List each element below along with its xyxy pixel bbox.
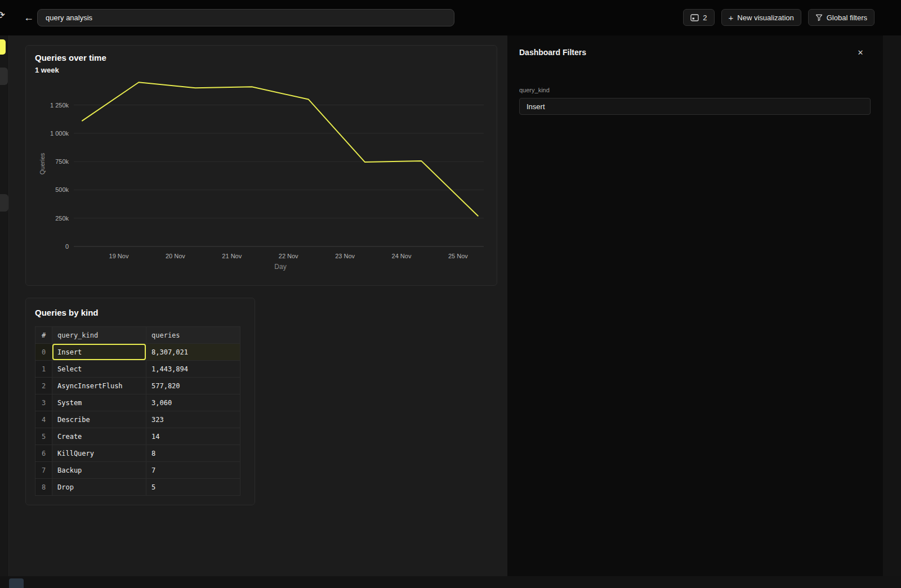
cell-query-kind[interactable]: AsyncInsertFlush xyxy=(52,378,146,394)
panel-scroll-gutter[interactable] xyxy=(883,35,901,576)
chart-subtitle: 1 week xyxy=(35,66,59,74)
cell-queries[interactable]: 7 xyxy=(146,462,240,479)
svg-text:Day: Day xyxy=(274,263,286,271)
svg-text:22 Nov: 22 Nov xyxy=(279,253,298,259)
panels-count-button[interactable]: 2 xyxy=(683,9,714,26)
table-title: Queries by kind xyxy=(35,308,99,317)
row-index: 8 xyxy=(35,479,52,496)
cell-queries[interactable]: 323 xyxy=(146,411,240,428)
svg-text:1 250k: 1 250k xyxy=(50,102,69,109)
svg-text:24 Nov: 24 Nov xyxy=(392,253,412,259)
column-header-query-kind: query_kind xyxy=(52,327,146,344)
plus-icon: + xyxy=(729,13,734,23)
row-index: 1 xyxy=(35,361,52,378)
cell-query-kind[interactable]: KillQuery xyxy=(52,445,146,462)
filter-query-kind-input[interactable] xyxy=(519,98,871,115)
app-window: ⟳ ← 2 + New visualization xyxy=(0,0,901,588)
line-chart: 0250k500k750k1 000k1 250k19 Nov20 Nov21 … xyxy=(26,46,497,285)
row-index: 0 xyxy=(35,344,52,361)
filter-field-label: query_kind xyxy=(519,87,550,93)
row-index: 7 xyxy=(35,462,52,479)
svg-text:20 Nov: 20 Nov xyxy=(166,253,185,259)
table-row: 6KillQuery8 xyxy=(35,445,240,462)
row-index: 4 xyxy=(35,411,52,428)
cell-query-kind[interactable]: Create xyxy=(52,428,146,445)
funnel-icon xyxy=(815,14,823,21)
table-row: 0Insert8,307,021 xyxy=(35,344,240,361)
panels-icon xyxy=(690,14,699,21)
svg-text:750k: 750k xyxy=(55,158,69,165)
cell-query-kind[interactable]: Backup xyxy=(52,462,146,479)
new-visualization-label: New visualization xyxy=(737,14,793,22)
rail-item[interactable] xyxy=(0,194,8,212)
cell-queries[interactable]: 14 xyxy=(146,428,240,445)
svg-text:0: 0 xyxy=(65,243,69,250)
queries-by-kind-table: # query_kind queries 0Insert8,307,0211Se… xyxy=(35,326,240,496)
bottom-left-widget[interactable] xyxy=(9,578,24,588)
cell-query-kind[interactable]: Describe xyxy=(52,411,146,428)
cell-query-kind[interactable]: Select xyxy=(52,361,146,378)
svg-text:1 000k: 1 000k xyxy=(50,130,69,137)
global-filters-label: Global filters xyxy=(827,14,867,22)
row-index: 2 xyxy=(35,378,52,394)
table-row: 1Select1,443,894 xyxy=(35,361,240,378)
table-row: 4Describe323 xyxy=(35,411,240,428)
row-index: 6 xyxy=(35,445,52,462)
close-icon[interactable]: ✕ xyxy=(855,47,866,58)
svg-text:Queries: Queries xyxy=(39,152,46,174)
cell-queries[interactable]: 1,443,894 xyxy=(146,361,240,378)
back-button[interactable]: ← xyxy=(20,9,37,26)
cell-query-kind[interactable]: Insert xyxy=(52,344,146,361)
topbar: ⟳ ← 2 + New visualization xyxy=(0,0,901,35)
row-index: 3 xyxy=(35,394,52,411)
topbar-actions: 2 + New visualization Global filters xyxy=(683,9,875,26)
left-rail xyxy=(0,35,9,576)
table-panel-queries-by-kind[interactable]: Queries by kind # query_kind queries 0In… xyxy=(25,298,255,505)
svg-text:250k: 250k xyxy=(55,215,69,222)
panels-count-label: 2 xyxy=(703,14,707,22)
dashboard-filters-panel: Dashboard Filters ✕ query_kind xyxy=(507,35,901,576)
column-header-queries: queries xyxy=(146,327,240,344)
cell-queries[interactable]: 8 xyxy=(146,445,240,462)
svg-text:19 Nov: 19 Nov xyxy=(109,253,129,259)
svg-text:21 Nov: 21 Nov xyxy=(222,253,242,259)
filters-panel-title: Dashboard Filters xyxy=(519,48,586,57)
table-row: 3System3,060 xyxy=(35,394,240,411)
refresh-icon[interactable]: ⟳ xyxy=(0,9,5,21)
bottom-strip xyxy=(0,576,901,588)
table-row: 8Drop5 xyxy=(35,479,240,496)
svg-text:25 Nov: 25 Nov xyxy=(448,253,468,259)
rail-item-active[interactable] xyxy=(0,39,6,55)
table-row: 2AsyncInsertFlush577,820 xyxy=(35,378,240,394)
chart-panel-queries-over-time[interactable]: 0250k500k750k1 000k1 250k19 Nov20 Nov21 … xyxy=(25,45,497,286)
cell-queries[interactable]: 5 xyxy=(146,479,240,496)
svg-text:500k: 500k xyxy=(55,186,69,193)
svg-text:23 Nov: 23 Nov xyxy=(335,253,355,259)
table-row: 7Backup7 xyxy=(35,462,240,479)
row-index: 5 xyxy=(35,428,52,445)
chart-title: Queries over time xyxy=(35,53,106,62)
cell-query-kind[interactable]: Drop xyxy=(52,479,146,496)
table-row: 5Create14 xyxy=(35,428,240,445)
cell-queries[interactable]: 8,307,021 xyxy=(146,344,240,361)
column-header-index: # xyxy=(35,327,52,344)
global-filters-button[interactable]: Global filters xyxy=(808,9,875,26)
cell-queries[interactable]: 3,060 xyxy=(146,394,240,411)
new-visualization-button[interactable]: + New visualization xyxy=(721,9,801,26)
table-header-row: # query_kind queries xyxy=(35,327,240,344)
dashboard-canvas: 0250k500k750k1 000k1 250k19 Nov20 Nov21 … xyxy=(9,35,507,576)
rail-item[interactable] xyxy=(0,68,8,85)
cell-queries[interactable]: 577,820 xyxy=(146,378,240,394)
dashboard-title-input[interactable] xyxy=(37,9,454,26)
cell-query-kind[interactable]: System xyxy=(52,394,146,411)
